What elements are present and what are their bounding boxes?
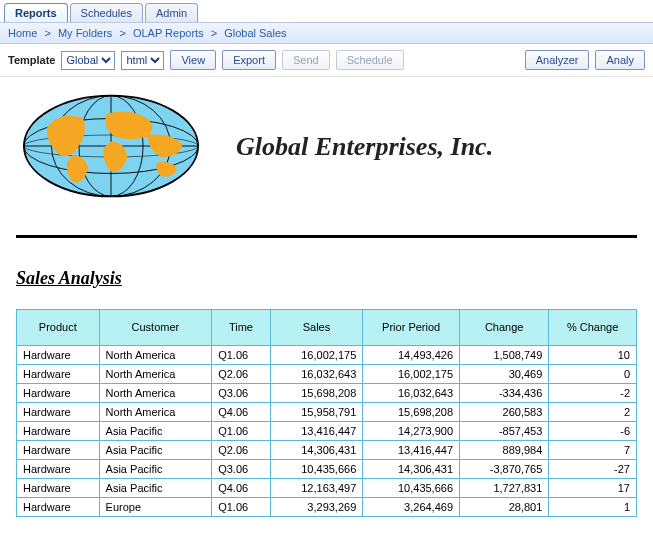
table-cell: 3,264,469 <box>363 498 460 517</box>
breadcrumb-global-sales[interactable]: Global Sales <box>224 27 286 39</box>
table-cell: 13,416,447 <box>363 441 460 460</box>
table-cell: 1 <box>549 498 637 517</box>
section-title: Sales Analysis <box>16 268 637 289</box>
table-cell: 16,032,643 <box>363 384 460 403</box>
tab-admin[interactable]: Admin <box>145 3 198 22</box>
table-cell: Hardware <box>17 498 100 517</box>
tab-reports[interactable]: Reports <box>4 3 68 22</box>
breadcrumb-sep: > <box>40 27 54 39</box>
table-cell: Hardware <box>17 479 100 498</box>
table-cell: Q3.06 <box>212 384 270 403</box>
table-cell: Hardware <box>17 384 100 403</box>
table-cell: Hardware <box>17 441 100 460</box>
table-cell: North America <box>99 365 212 384</box>
export-button[interactable]: Export <box>222 50 276 70</box>
table-cell: North America <box>99 403 212 422</box>
table-cell: 28,801 <box>460 498 549 517</box>
report-body: Global Enterprises, Inc. Sales Analysis … <box>0 77 653 517</box>
table-row: HardwareAsia PacificQ3.0610,435,66614,30… <box>17 460 637 479</box>
table-cell: Q1.06 <box>212 498 270 517</box>
table-cell: 1,727,831 <box>460 479 549 498</box>
table-cell: 260,583 <box>460 403 549 422</box>
table-cell: 2 <box>549 403 637 422</box>
table-cell: 15,698,208 <box>270 384 363 403</box>
schedule-button: Schedule <box>336 50 404 70</box>
table-cell: 16,032,643 <box>270 365 363 384</box>
table-cell: 12,163,497 <box>270 479 363 498</box>
analy-button[interactable]: Analy <box>595 50 645 70</box>
table-cell: Asia Pacific <box>99 441 212 460</box>
table-cell: 17 <box>549 479 637 498</box>
table-cell: Q4.06 <box>212 479 270 498</box>
tab-bar: Reports Schedules Admin <box>0 0 653 22</box>
table-cell: 10,435,666 <box>270 460 363 479</box>
table-cell: 30,469 <box>460 365 549 384</box>
table-cell: Q4.06 <box>212 403 270 422</box>
table-cell: North America <box>99 384 212 403</box>
table-cell: Hardware <box>17 422 100 441</box>
globe-logo-icon <box>16 91 206 203</box>
table-cell: -2 <box>549 384 637 403</box>
table-cell: 16,002,175 <box>363 365 460 384</box>
table-cell: -857,453 <box>460 422 549 441</box>
table-cell: 889,984 <box>460 441 549 460</box>
breadcrumb-sep: > <box>207 27 221 39</box>
table-cell: Asia Pacific <box>99 422 212 441</box>
table-cell: North America <box>99 346 212 365</box>
tab-schedules[interactable]: Schedules <box>70 3 143 22</box>
table-cell: 3,293,269 <box>270 498 363 517</box>
table-cell: 7 <box>549 441 637 460</box>
table-cell: Asia Pacific <box>99 460 212 479</box>
sales-table: Product Customer Time Sales Prior Period… <box>16 309 637 517</box>
col-change: Change <box>460 310 549 346</box>
breadcrumb: Home > My Folders > OLAP Reports > Globa… <box>0 22 653 44</box>
table-cell: 14,273,900 <box>363 422 460 441</box>
breadcrumb-sep: > <box>115 27 129 39</box>
table-cell: -3,870,765 <box>460 460 549 479</box>
table-cell: 10,435,666 <box>363 479 460 498</box>
table-cell: -6 <box>549 422 637 441</box>
table-cell: 13,416,447 <box>270 422 363 441</box>
table-header-row: Product Customer Time Sales Prior Period… <box>17 310 637 346</box>
col-customer: Customer <box>99 310 212 346</box>
send-button: Send <box>282 50 330 70</box>
table-cell: Hardware <box>17 365 100 384</box>
col-prior-period: Prior Period <box>363 310 460 346</box>
table-row: HardwareEuropeQ1.063,293,2693,264,46928,… <box>17 498 637 517</box>
toolbar: Template Global html View Export Send Sc… <box>0 44 653 77</box>
table-cell: 10 <box>549 346 637 365</box>
table-cell: Hardware <box>17 346 100 365</box>
analyzer-button[interactable]: Analyzer <box>525 50 590 70</box>
table-row: HardwareNorth AmericaQ4.0615,958,79115,6… <box>17 403 637 422</box>
breadcrumb-home[interactable]: Home <box>8 27 37 39</box>
table-cell: 14,493,426 <box>363 346 460 365</box>
col-sales: Sales <box>270 310 363 346</box>
view-button[interactable]: View <box>170 50 216 70</box>
table-cell: Hardware <box>17 403 100 422</box>
table-row: HardwareNorth AmericaQ2.0616,032,64316,0… <box>17 365 637 384</box>
table-row: HardwareAsia PacificQ1.0613,416,44714,27… <box>17 422 637 441</box>
table-cell: 14,306,431 <box>270 441 363 460</box>
breadcrumb-my-folders[interactable]: My Folders <box>58 27 112 39</box>
table-cell: Q1.06 <box>212 346 270 365</box>
table-cell: 16,002,175 <box>270 346 363 365</box>
table-cell: 0 <box>549 365 637 384</box>
table-cell: 15,958,791 <box>270 403 363 422</box>
table-cell: Q1.06 <box>212 422 270 441</box>
table-cell: Q2.06 <box>212 365 270 384</box>
table-cell: -27 <box>549 460 637 479</box>
col-pct-change: % Change <box>549 310 637 346</box>
divider <box>16 235 637 238</box>
table-cell: Asia Pacific <box>99 479 212 498</box>
format-select[interactable]: html <box>121 51 164 70</box>
table-row: HardwareNorth AmericaQ1.0616,002,17514,4… <box>17 346 637 365</box>
breadcrumb-olap-reports[interactable]: OLAP Reports <box>133 27 204 39</box>
table-cell: Europe <box>99 498 212 517</box>
header-row: Global Enterprises, Inc. <box>16 87 637 221</box>
col-product: Product <box>17 310 100 346</box>
table-row: HardwareAsia PacificQ2.0614,306,43113,41… <box>17 441 637 460</box>
table-cell: 1,508,749 <box>460 346 549 365</box>
table-cell: Q2.06 <box>212 441 270 460</box>
table-cell: 15,698,208 <box>363 403 460 422</box>
template-select[interactable]: Global <box>61 51 115 70</box>
